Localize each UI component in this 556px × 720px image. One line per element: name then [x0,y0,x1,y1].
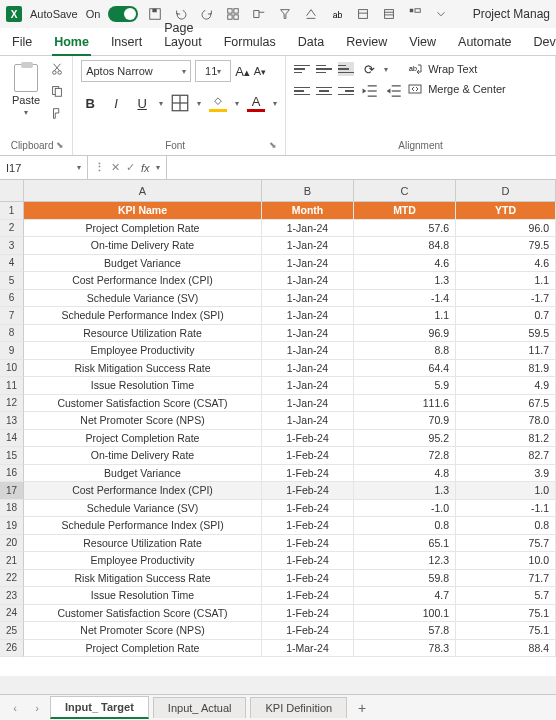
qat-icon-8[interactable] [406,5,424,23]
cell[interactable]: 1-Feb-24 [262,500,354,518]
row-header[interactable]: 5 [0,272,24,290]
cell[interactable]: 8.8 [354,342,456,360]
cell[interactable]: Issue Resolution Time [24,587,262,605]
cell[interactable]: 67.5 [456,395,556,413]
row-header[interactable]: 12 [0,395,24,413]
cell[interactable]: 1-Feb-24 [262,570,354,588]
header-cell[interactable]: YTD [456,202,556,220]
cell[interactable]: Schedule Variance (SV) [24,290,262,308]
row-header[interactable]: 9 [0,342,24,360]
table-row[interactable]: 25Net Promoter Score (NPS)1-Feb-2457.875… [0,622,556,640]
cell[interactable]: Net Promoter Score (NPS) [24,412,262,430]
cell[interactable]: Resource Utilization Rate [24,325,262,343]
table-row[interactable]: 12Customer Satisfaction Score (CSAT)1-Ja… [0,395,556,413]
cell[interactable]: 5.7 [456,587,556,605]
qat-more-icon[interactable] [432,5,450,23]
cell[interactable]: 95.2 [354,430,456,448]
cell[interactable]: 1-Feb-24 [262,517,354,535]
table-row[interactable]: 17Cost Performance Index (CPI)1-Feb-241.… [0,482,556,500]
cell[interactable]: -1.7 [456,290,556,308]
cell[interactable]: 96.9 [354,325,456,343]
cell[interactable]: 78.3 [354,640,456,658]
cell[interactable]: 72.8 [354,447,456,465]
tab-view[interactable]: View [407,29,438,55]
row-header[interactable]: 15 [0,447,24,465]
qat-icon-2[interactable] [250,5,268,23]
column-header-a[interactable]: A [24,180,262,202]
cell[interactable]: 0.7 [456,307,556,325]
cell[interactable]: 82.7 [456,447,556,465]
chevron-down-icon[interactable]: ▾ [159,99,163,108]
format-painter-icon[interactable] [50,106,64,122]
cell[interactable]: 1.1 [354,307,456,325]
cell[interactable]: 75.7 [456,535,556,553]
table-row[interactable]: 20Resource Utilization Rate1-Feb-2465.17… [0,535,556,553]
cell[interactable]: 64.4 [354,360,456,378]
cell[interactable]: 100.1 [354,605,456,623]
qat-icon-4[interactable] [302,5,320,23]
cell[interactable]: Risk Mitigation Success Rate [24,360,262,378]
table-row[interactable]: 10Risk Mitigation Success Rate1-Jan-2464… [0,360,556,378]
cell[interactable]: Budget Variance [24,255,262,273]
enter-formula-icon[interactable]: ✓ [126,161,135,174]
header-cell[interactable]: KPI Name [24,202,262,220]
cell[interactable]: 1.3 [354,272,456,290]
tab-home[interactable]: Home [52,29,91,55]
cell[interactable]: 75.1 [456,622,556,640]
cancel-formula-icon[interactable]: ✕ [111,161,120,174]
row-header[interactable]: 4 [0,255,24,273]
cell[interactable]: Project Completion Rate [24,430,262,448]
column-header-c[interactable]: C [354,180,456,202]
align-top-icon[interactable] [294,62,310,76]
cell[interactable]: 5.9 [354,377,456,395]
table-row[interactable]: 16Budget Variance1-Feb-244.83.9 [0,465,556,483]
tab-file[interactable]: File [10,29,34,55]
cell[interactable]: Budget Variance [24,465,262,483]
cell[interactable]: 1-Jan-24 [262,377,354,395]
wrap-text-button[interactable]: ab Wrap Text [408,62,506,76]
cell[interactable]: 75.1 [456,605,556,623]
cell[interactable]: Project Completion Rate [24,220,262,238]
italic-button[interactable]: I [107,94,125,112]
cell[interactable]: 1.0 [456,482,556,500]
cell[interactable]: 1.3 [354,482,456,500]
table-row[interactable]: 4Budget Variance1-Jan-244.64.6 [0,255,556,273]
cell[interactable]: Resource Utilization Rate [24,535,262,553]
table-row[interactable]: 24Customer Satisfaction Score (CSAT)1-Fe… [0,605,556,623]
table-row[interactable]: 13Net Promoter Score (NPS)1-Jan-2470.978… [0,412,556,430]
cell[interactable]: -1.0 [354,500,456,518]
orientation-icon[interactable]: ⟳ [360,60,378,78]
cell[interactable]: 1.1 [456,272,556,290]
row-header[interactable]: 24 [0,605,24,623]
fill-color-icon[interactable] [209,94,227,112]
cell[interactable]: 96.0 [456,220,556,238]
cell[interactable]: 1-Feb-24 [262,430,354,448]
tab-data[interactable]: Data [296,29,326,55]
row-header[interactable]: 23 [0,587,24,605]
chevron-down-icon[interactable]: ▾ [197,99,201,108]
sheet-tab-input-target[interactable]: Input_ Target [50,696,149,719]
increase-indent-icon[interactable] [384,82,402,100]
underline-button[interactable]: U [133,94,151,112]
row-header[interactable]: 18 [0,500,24,518]
cell[interactable]: Schedule Performance Index (SPI) [24,307,262,325]
row-header[interactable]: 8 [0,325,24,343]
table-row[interactable]: 6Schedule Variance (SV)1-Jan-24-1.4-1.7 [0,290,556,308]
fx-options-icon[interactable]: ⋮ [94,161,105,174]
cell[interactable]: 1-Feb-24 [262,587,354,605]
qat-icon-5[interactable]: ab [328,5,346,23]
cell[interactable]: 1-Feb-24 [262,535,354,553]
chevron-down-icon[interactable]: ▾ [156,163,160,172]
sheet-tab-input-actual[interactable]: Input_ Actual [153,697,247,718]
autosave-toggle[interactable] [108,6,138,22]
row-header[interactable]: 17 [0,482,24,500]
table-row[interactable]: 21Employee Productivity1-Feb-2412.310.0 [0,552,556,570]
cell[interactable]: 70.9 [354,412,456,430]
cell[interactable]: 59.8 [354,570,456,588]
cell[interactable]: 81.2 [456,430,556,448]
cell[interactable]: 79.5 [456,237,556,255]
table-row[interactable]: 9Employee Productivity1-Jan-248.811.7 [0,342,556,360]
cell[interactable]: 1-Jan-24 [262,272,354,290]
cell[interactable]: 84.8 [354,237,456,255]
cell[interactable]: 12.3 [354,552,456,570]
